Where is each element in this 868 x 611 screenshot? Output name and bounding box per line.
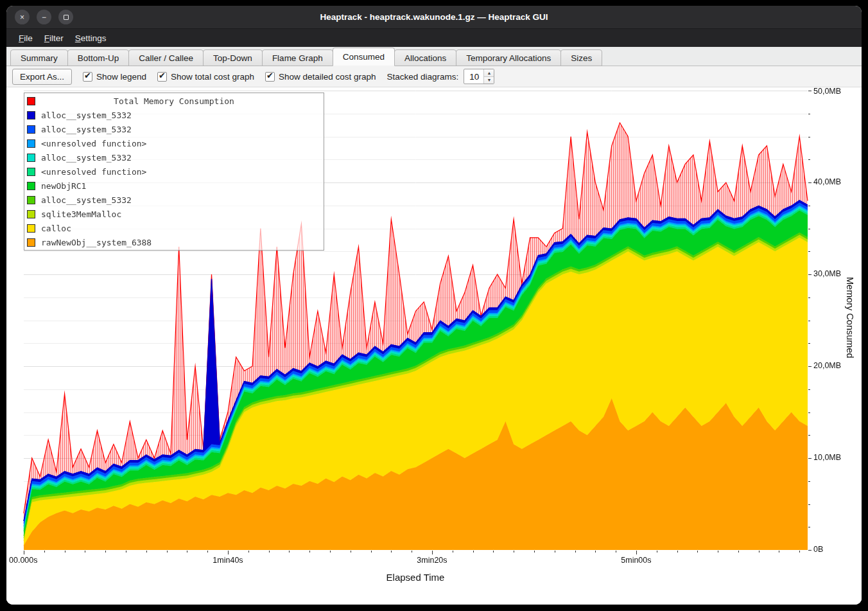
legend-color-swatch [27,210,35,218]
checkmark-icon: ✔ [266,71,273,80]
tab-bottom-up[interactable]: Bottom-Up [67,49,130,66]
close-icon[interactable]: × [15,10,30,24]
legend-color-swatch [27,182,35,190]
tab-caller-callee[interactable]: Caller / Callee [128,49,204,66]
tab-summary[interactable]: Summary [10,49,68,66]
checkbox-icon: ✔ [265,72,275,82]
legend-item-label: alloc__system_5332 [41,111,132,120]
legend-item-label: alloc__system_5332 [41,195,132,205]
legend-color-swatch [27,238,35,247]
legend-item-label: alloc__system_5332 [41,153,132,163]
menubar: File Filter Settings [6,29,862,47]
legend-color-swatch [27,111,35,120]
legend-color-swatch [27,196,35,204]
stacked-diagrams-label: Stacked diagrams: [387,72,459,82]
legend-item-label: calloc [41,224,71,233]
legend-item: sqlite3MemMalloc [24,207,324,221]
checkbox-label: Show total cost graph [171,72,254,82]
legend-item-label: <unresolved function> [41,167,146,177]
tab-sizes[interactable]: Sizes [560,49,602,66]
x-tick-label: 5min00s [621,556,651,565]
checkbox-label: Show detailed cost graph [279,72,376,82]
window-title: Heaptrack - heaptrack.wakunode.1.gz — He… [6,12,862,22]
legend-item: <unresolved function> [24,136,324,150]
maximize-icon[interactable] [58,10,73,24]
toolbar: Export As... ✔ Show legend ✔ Show total … [6,66,862,87]
checkbox-label: Show legend [96,72,146,82]
y-axis-title: Memory Consumed [845,277,855,359]
checkbox-icon: ✔ [83,72,92,82]
show-total-cost-graph-checkbox[interactable]: ✔ Show total cost graph [157,72,254,82]
y-tick-label: 50,0MB [813,87,841,96]
legend-item-label: rawNewObj__system_6388 [41,238,152,247]
legend-title-row: Total Memory Consumption [24,94,324,108]
stacked-diagrams-group: Stacked diagrams: 10 ▲ ▼ [387,69,495,84]
menu-filter[interactable]: Filter [39,31,69,46]
y-tick-label: 0B [813,545,823,554]
legend-color-swatch [27,154,35,162]
legend-item: rawNewObj__system_6388 [24,235,324,249]
legend-item-label: sqlite3MemMalloc [41,209,121,219]
menu-settings[interactable]: Settings [69,31,112,46]
chart-region: Total Memory Consumptionalloc__system_53… [6,87,862,605]
tab-temporary-allocations[interactable]: Temporary Allocations [456,49,561,66]
legend-item-label: <unresolved function> [41,139,146,148]
window-controls: × − [15,10,73,24]
checkmark-icon: ✔ [84,71,91,80]
legend-color-swatch [27,125,35,134]
app-window: × − Heaptrack - heaptrack.wakunode.1.gz … [6,6,862,605]
legend: Total Memory Consumptionalloc__system_53… [24,93,324,251]
tabbar: Summary Bottom-Up Caller / Callee Top-Do… [6,47,862,66]
checkbox-icon: ✔ [157,72,167,82]
x-axis-title: Elapsed Time [6,572,824,583]
tab-top-down[interactable]: Top-Down [203,49,263,66]
legend-item-label: newObjRC1 [41,181,86,191]
y-tick-label: 20,0MB [813,361,841,370]
stacked-diagrams-value[interactable]: 10 [464,69,483,84]
maximize-glyph [64,15,69,20]
legend-item: alloc__system_5332 [24,193,324,207]
x-tick-label: 1min40s [213,556,243,565]
legend-item: alloc__system_5332 [24,150,324,164]
legend-item: alloc__system_5332 [24,122,324,136]
legend-item: alloc__system_5332 [24,108,324,122]
legend-item: newObjRC1 [24,179,324,193]
legend-color-swatch [27,168,35,176]
minimize-icon[interactable]: − [37,10,51,24]
checkmark-icon: ✔ [159,71,166,80]
legend-chart-title: Total Memory Consumption [24,96,324,106]
spin-buttons: ▲ ▼ [483,69,494,84]
y-tick-label: 40,0MB [813,177,841,186]
y-tick-label: 30,0MB [813,269,841,278]
y-tick-label: 10,0MB [813,453,841,462]
spin-down-button[interactable]: ▼ [484,76,494,84]
legend-item-label: alloc__system_5332 [41,125,132,134]
tab-consumed[interactable]: Consumed [333,48,395,66]
tab-flame-graph[interactable]: Flame Graph [262,49,333,66]
legend-item: calloc [24,221,324,235]
show-detailed-cost-graph-checkbox[interactable]: ✔ Show detailed cost graph [265,72,376,82]
legend-item: <unresolved function> [24,164,324,179]
stacked-diagrams-spinbox[interactable]: 10 ▲ ▼ [464,69,494,84]
x-tick-label: 3min20s [417,556,447,565]
tab-allocations[interactable]: Allocations [394,49,456,66]
show-legend-checkbox[interactable]: ✔ Show legend [83,72,146,82]
legend-color-swatch [27,139,35,148]
menu-file[interactable]: File [13,31,39,46]
page: { "window": { "title": "Heaptrack - heap… [0,0,868,611]
legend-color-swatch [27,224,35,233]
spin-up-button[interactable]: ▲ [484,69,494,76]
x-tick-label: 00.000s [9,556,37,565]
titlebar: × − Heaptrack - heaptrack.wakunode.1.gz … [6,6,862,29]
export-as-button[interactable]: Export As... [12,69,72,85]
